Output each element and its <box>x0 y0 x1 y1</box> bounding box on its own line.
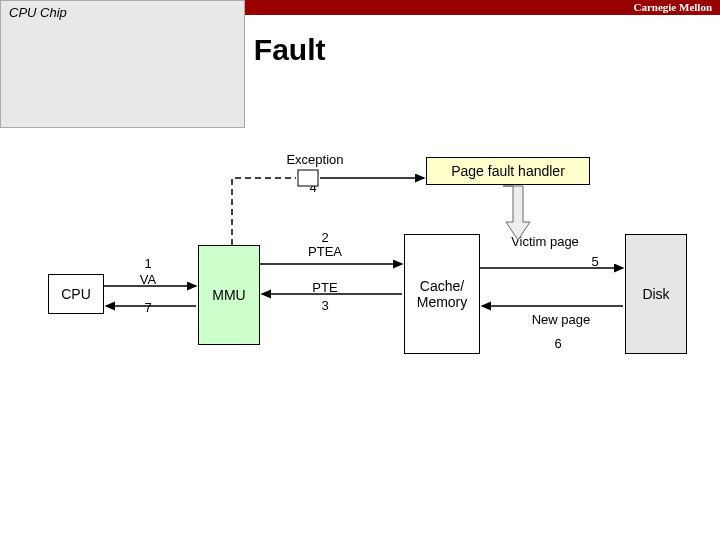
victim-page-label: Victim page <box>500 234 590 249</box>
cpu-box: CPU <box>48 274 104 314</box>
pte-label: PTE <box>310 280 340 295</box>
ptea-label: PTEA <box>305 244 345 259</box>
page-fault-handler-label: Page fault handler <box>451 163 565 179</box>
exception-label: Exception <box>280 152 350 167</box>
step-6: 6 <box>548 336 568 351</box>
page-fault-handler-box: Page fault handler <box>426 157 590 185</box>
va-label: VA <box>136 272 160 287</box>
step-2: 2 <box>315 230 335 245</box>
new-page-label: New page <box>526 312 596 327</box>
step-1: 1 <box>138 256 158 271</box>
step-4: 4 <box>303 180 323 195</box>
disk-label: Disk <box>642 286 669 302</box>
cpu-label: CPU <box>61 286 91 302</box>
cpu-chip-box: CPU Chip <box>0 0 245 128</box>
mmu-box: MMU <box>198 245 260 345</box>
cache-memory-label: Cache/ Memory <box>417 278 468 310</box>
cpu-chip-label: CPU Chip <box>9 5 67 20</box>
diagram-canvas: CPU Chip CPU MMU Cache/ Memory Disk Page… <box>0 0 720 540</box>
step-5: 5 <box>585 254 605 269</box>
cache-memory-box: Cache/ Memory <box>404 234 480 354</box>
disk-box: Disk <box>625 234 687 354</box>
step-7: 7 <box>138 300 158 315</box>
step-3: 3 <box>315 298 335 313</box>
mmu-label: MMU <box>212 287 245 303</box>
